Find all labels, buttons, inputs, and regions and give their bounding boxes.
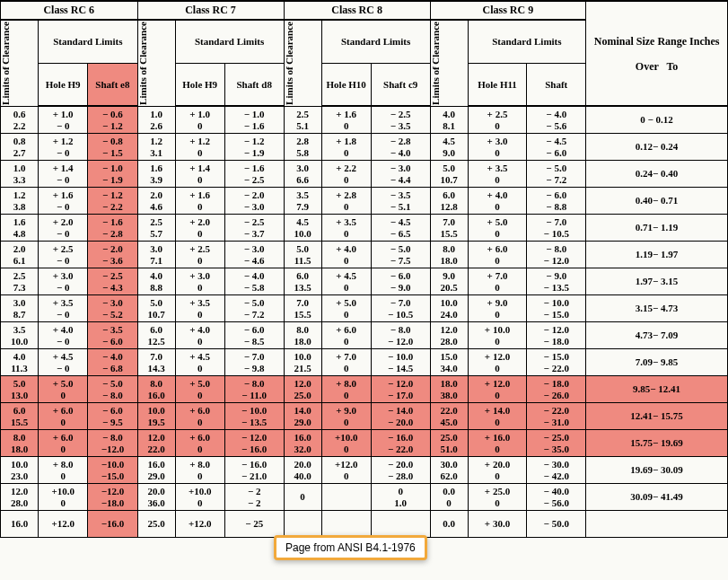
- cell-rc9_s: − 5.0− 7.2: [527, 161, 586, 188]
- cell-rc8_s: [371, 511, 430, 538]
- cell-rc7_s: − 10.0− 13.5: [224, 403, 284, 430]
- cell-rc8_s: − 12.0− 17.0: [371, 376, 430, 403]
- hdr-rc7-hole: Hole H9: [175, 63, 224, 106]
- hdr-rc6-shaft: Shaft e8: [88, 63, 137, 106]
- cell-rc8_h: + 2.80: [321, 188, 371, 215]
- cell-rc9_h: + 9.00: [468, 295, 527, 322]
- hdr-rc8-shaft: Shaft c9: [371, 63, 430, 106]
- cell-rc6_clr: 0.62.2: [1, 106, 39, 134]
- cell-rc8_clr: 3.06.6: [284, 161, 321, 188]
- cell-rc8_h: + 1.60: [321, 106, 371, 134]
- cell-rc9_s: − 12.0− 18.0: [527, 322, 586, 349]
- cell-rc9_clr: 22.045.0: [430, 403, 468, 430]
- cell-rc6_clr: 6.015.5: [1, 403, 39, 430]
- cell-rc8_clr: 12.025.0: [284, 376, 321, 403]
- hdr-rc9-clr: Limits of Clearance: [430, 20, 468, 106]
- cell-rc7_clr: 2.04.6: [137, 188, 175, 215]
- cell-rc8_s: 01.0: [371, 484, 430, 511]
- cell-rc6_clr: 16.0: [1, 511, 39, 538]
- cell-rc7_h: + 4.50: [175, 349, 224, 376]
- cell-rc8_h: + 9.00: [321, 403, 371, 430]
- hdr-rc7: Class RC 7: [137, 1, 284, 20]
- cell-rc6_h: + 1.2− 0: [39, 134, 88, 161]
- hdr-rc7-shaft: Shaft d8: [224, 63, 284, 106]
- cell-rc8_s: − 2.8− 4.0: [371, 134, 430, 161]
- cell-rc7_clr: 5.010.7: [137, 295, 175, 322]
- cell-range: 30.09− 41.49: [586, 484, 728, 511]
- cell-rc7_h: + 8.00: [175, 457, 224, 484]
- cell-range: 1.19− 1.97: [586, 242, 728, 268]
- cell-rc9_s: − 30.0− 42.0: [527, 457, 586, 484]
- cell-rc6_s: − 8.0−12.0: [88, 430, 137, 457]
- cell-rc6_s: −10.0−15.0: [88, 457, 137, 484]
- table-row: 10.023.0+ 8.00−10.0−15.016.029.0+ 8.00− …: [1, 457, 728, 484]
- cell-rc9_h: + 5.00: [468, 215, 527, 242]
- cell-rc7_clr: 20.036.0: [137, 484, 175, 511]
- cell-rc7_s: − 25: [224, 511, 284, 538]
- cell-rc6_h: + 3.0− 0: [39, 268, 88, 295]
- cell-rc7_h: + 4.00: [175, 322, 224, 349]
- cell-range: 0 − 0.12: [586, 106, 728, 134]
- cell-rc7_h: + 1.60: [175, 188, 224, 215]
- cell-rc9_h: + 12.00: [468, 349, 527, 376]
- hdr-rc9-hole: Hole H11: [468, 63, 527, 106]
- hdr-rc7-std: Standard Limits: [175, 20, 284, 63]
- cell-rc9_h: + 30.0: [468, 511, 527, 538]
- hdr-rc9-std: Standard Limits: [468, 20, 585, 63]
- cell-rc6_h: + 4.0− 0: [39, 322, 88, 349]
- cell-rc7_clr: 2.55.7: [137, 215, 175, 242]
- hdr-rc9-shaft: Shaft: [527, 63, 586, 106]
- cell-rc8_clr: 6.013.5: [284, 268, 321, 295]
- cell-rc6_s: − 6.0− 9.5: [88, 403, 137, 430]
- cell-rc7_clr: 3.07.1: [137, 242, 175, 268]
- cell-rc9_s: − 8.0− 12.0: [527, 242, 586, 268]
- table-row: 5.013.0+ 5.00− 5.0− 8.08.016.0+ 5.00− 8.…: [1, 376, 728, 403]
- cell-rc9_s: − 4.5− 6.0: [527, 134, 586, 161]
- cell-rc6_s: − 1.6− 2.8: [88, 215, 137, 242]
- cell-rc7_h: + 6.00: [175, 403, 224, 430]
- hdr-nominal: Nominal Size Range InchesOver To: [586, 1, 728, 106]
- cell-rc7_s: − 2.5− 3.7: [224, 215, 284, 242]
- cell-rc9_clr: 4.08.1: [430, 106, 468, 134]
- hdr-rc6-clr: Limits of Clearance: [1, 20, 39, 106]
- cell-rc9_clr: 25.051.0: [430, 430, 468, 457]
- cell-rc9_clr: 8.018.0: [430, 242, 468, 268]
- cell-rc7_s: − 2.0− 3.0: [224, 188, 284, 215]
- table-row: 6.015.5+ 6.00− 6.0− 9.510.019.5+ 6.00− 1…: [1, 403, 728, 430]
- cell-rc8_h: + 4.00: [321, 242, 371, 268]
- cell-rc7_clr: 10.019.5: [137, 403, 175, 430]
- cell-rc7_clr: 16.029.0: [137, 457, 175, 484]
- hdr-rc8-clr: Limits of Clearance: [284, 20, 321, 106]
- cell-rc7_s: − 7.0− 9.8: [224, 349, 284, 376]
- cell-rc9_s: − 40.0− 56.0: [527, 484, 586, 511]
- cell-range: 12.41− 15.75: [586, 403, 728, 430]
- cell-rc8_clr: 4.510.0: [284, 215, 321, 242]
- cell-rc6_h: + 1.6− 0: [39, 188, 88, 215]
- cell-rc9_clr: 30.062.0: [430, 457, 468, 484]
- cell-rc9_s: − 4.0− 5.6: [527, 106, 586, 134]
- cell-range: 15.75− 19.69: [586, 430, 728, 457]
- cell-rc8_s: − 14.0− 20.0: [371, 403, 430, 430]
- cell-rc6_clr: 2.06.1: [1, 242, 39, 268]
- cell-rc9_clr: 15.034.0: [430, 349, 468, 376]
- cell-rc8_clr: 3.57.9: [284, 188, 321, 215]
- cell-rc8_h: [321, 484, 371, 511]
- cell-rc8_clr: 7.015.5: [284, 295, 321, 322]
- cell-rc6_clr: 8.018.0: [1, 430, 39, 457]
- cell-rc9_clr: 6.012.8: [430, 188, 468, 215]
- cell-rc6_h: +10.00: [39, 484, 88, 511]
- cell-rc7_h: +10.00: [175, 484, 224, 511]
- cell-rc7_s: − 1.0− 1.6: [224, 106, 284, 134]
- cell-rc8_h: + 8.00: [321, 376, 371, 403]
- cell-rc9_h: + 10.00: [468, 322, 527, 349]
- table-row: 4.011.3+ 4.5− 0− 4.0− 6.87.014.3+ 4.50− …: [1, 349, 728, 376]
- cell-rc9_clr: 12.028.0: [430, 322, 468, 349]
- cell-rc6_h: + 4.5− 0: [39, 349, 88, 376]
- hdr-rc9: Class RC 9: [430, 1, 586, 20]
- cell-rc6_s: − 0.8− 1.5: [88, 134, 137, 161]
- cell-rc6_h: + 5.00: [39, 376, 88, 403]
- cell-rc7_h: + 3.50: [175, 295, 224, 322]
- hdr-rc8-hole: Hole H10: [321, 63, 371, 106]
- cell-rc6_h: +12.0: [39, 511, 88, 538]
- cell-rc8_h: + 2.20: [321, 161, 371, 188]
